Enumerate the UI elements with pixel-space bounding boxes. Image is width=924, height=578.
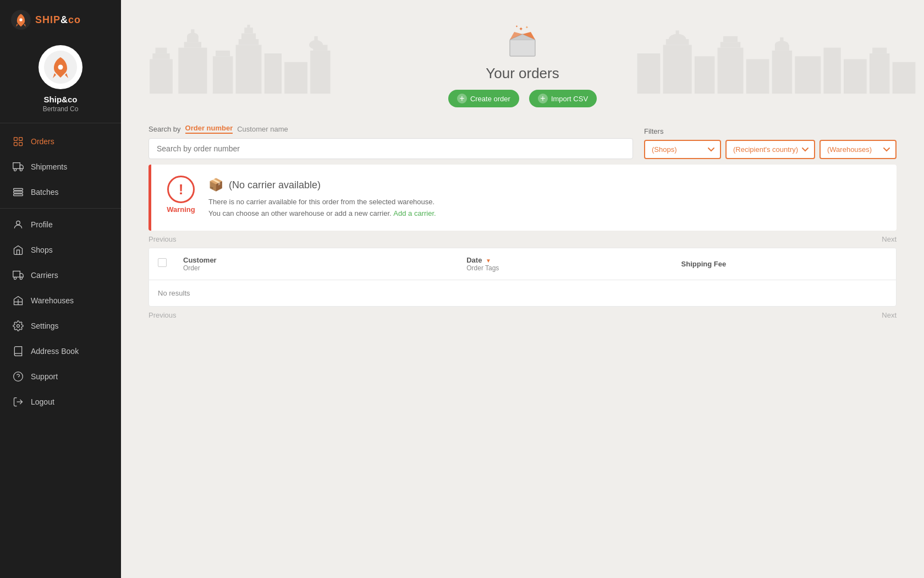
sidebar-item-profile[interactable]: Profile <box>0 212 121 237</box>
svg-rect-33 <box>241 34 256 39</box>
hero-actions: + Create order + Import CSV <box>448 90 597 107</box>
add-carrier-link[interactable]: Add a carrier. <box>393 209 436 217</box>
svg-point-8 <box>14 168 16 171</box>
svg-rect-41 <box>314 36 317 45</box>
sidebar-item-label: Settings <box>31 321 59 330</box>
sidebar-nav: Orders Shipments Batches Profile <box>0 123 121 567</box>
svg-rect-58 <box>795 56 821 94</box>
logo-icon <box>11 10 31 30</box>
sidebar-item-label: Warehouses <box>31 296 74 305</box>
svg-point-3 <box>58 65 63 70</box>
sidebar-item-settings[interactable]: Settings <box>0 313 121 339</box>
import-csv-button[interactable]: + Import CSV <box>529 90 597 107</box>
svg-text:✦: ✦ <box>515 25 518 28</box>
svg-rect-10 <box>14 188 23 190</box>
svg-rect-26 <box>178 48 207 94</box>
svg-rect-32 <box>239 39 259 45</box>
warning-label: Warning <box>167 205 195 214</box>
orders-icon <box>12 135 24 148</box>
svg-rect-48 <box>675 30 679 39</box>
svg-point-9 <box>20 168 22 171</box>
svg-point-13 <box>16 221 20 225</box>
plus-icon: + <box>457 94 467 103</box>
country-filter[interactable]: (Recipient's country) <box>725 140 815 159</box>
warehouses-icon <box>12 295 24 307</box>
svg-rect-14 <box>13 271 20 277</box>
sidebar-item-batches[interactable]: Batches <box>0 179 121 205</box>
svg-rect-43 <box>191 29 194 36</box>
warning-title-row: 📦 (No carrier available) <box>208 178 883 192</box>
sidebar-item-support[interactable]: Support <box>0 364 121 389</box>
svg-point-15 <box>14 277 16 279</box>
svg-rect-6 <box>14 143 18 146</box>
avatar <box>38 45 82 89</box>
svg-rect-35 <box>247 25 250 28</box>
svg-rect-37 <box>284 62 307 94</box>
sidebar-item-address-book[interactable]: Address Book <box>0 339 121 364</box>
warehouses-filter[interactable]: (Warehouses) <box>820 140 897 159</box>
sidebar-item-label: Orders <box>31 137 54 146</box>
header-shipping-col: Shipping Fee <box>681 260 887 268</box>
select-all-checkbox[interactable] <box>158 258 167 267</box>
svg-point-1 <box>19 18 22 21</box>
sidebar-item-orders[interactable]: Orders <box>0 129 121 154</box>
search-filter-area: Search by Order number Customer name Fil… <box>121 118 924 165</box>
sidebar-item-carriers[interactable]: Carriers <box>0 263 121 288</box>
content-area: ! Warning 📦 (No carrier available) There… <box>121 165 924 324</box>
pagination-top: Previous Next <box>148 231 897 248</box>
sidebar-item-warehouses[interactable]: Warehouses <box>0 288 121 313</box>
svg-rect-63 <box>893 62 916 94</box>
svg-rect-11 <box>14 191 23 193</box>
warning-circle: ! <box>167 176 195 203</box>
user-company: Bertrand Co <box>43 105 79 113</box>
hero-area: ✦ ✦ ✦ Your orders + Create order + Impor… <box>121 0 924 118</box>
previous-page-top[interactable]: Previous <box>148 235 177 243</box>
header-date-col[interactable]: Date ▼ Order Tags <box>466 256 672 272</box>
svg-rect-52 <box>723 36 738 42</box>
previous-page-bottom[interactable]: Previous <box>148 311 177 319</box>
svg-rect-61 <box>870 53 890 94</box>
search-by-customer-tab[interactable]: Customer name <box>237 125 288 133</box>
sidebar: SHIP&co Ship&co Bertrand Co Orders <box>0 0 121 578</box>
avatar-icon <box>44 51 77 84</box>
svg-rect-5 <box>19 138 23 141</box>
filters-label: Filters <box>644 127 897 135</box>
sidebar-item-shipments[interactable]: Shipments <box>0 154 121 179</box>
sidebar-item-label: Shops <box>31 246 53 254</box>
svg-rect-44 <box>637 53 661 94</box>
table-header: Customer Order Date ▼ Order Tags Shippin… <box>149 248 896 280</box>
sort-icon: ▼ <box>486 258 491 264</box>
svg-rect-25 <box>156 48 167 53</box>
carriers-icon <box>12 269 24 281</box>
batches-icon <box>12 186 24 198</box>
warning-content: 📦 (No carrier available) There is no car… <box>208 176 883 220</box>
svg-rect-62 <box>872 48 887 53</box>
plus-icon-csv: + <box>538 94 548 103</box>
address-book-icon <box>12 345 24 357</box>
next-page-top[interactable]: Next <box>882 235 897 243</box>
sidebar-item-shops[interactable]: Shops <box>0 237 121 263</box>
warning-icon-area: ! Warning <box>164 176 197 214</box>
no-results-text: No results <box>158 289 190 297</box>
orders-table: Customer Order Date ▼ Order Tags Shippin… <box>148 248 897 307</box>
search-section: Search by Order number Customer name <box>148 124 633 159</box>
shops-filter[interactable]: (Shops) <box>644 140 721 159</box>
svg-rect-49 <box>695 56 715 94</box>
orders-hero-icon: ✦ ✦ ✦ <box>503 22 542 61</box>
profile-icon <box>12 219 24 231</box>
shipments-icon <box>12 161 24 173</box>
svg-rect-36 <box>265 53 282 94</box>
create-order-button[interactable]: + Create order <box>448 90 519 107</box>
filters-row: (Shops) (Recipient's country) (Warehouse… <box>644 140 897 159</box>
sidebar-item-logout[interactable]: Logout <box>0 389 121 415</box>
next-page-bottom[interactable]: Next <box>882 311 897 319</box>
warning-title: (No carrier available) <box>229 179 321 191</box>
svg-rect-53 <box>746 59 769 94</box>
search-by-label: Search by Order number Customer name <box>148 124 633 134</box>
svg-rect-23 <box>150 59 173 94</box>
search-input[interactable] <box>148 138 633 159</box>
search-by-order-tab[interactable]: Order number <box>185 124 233 134</box>
sidebar-item-label: Profile <box>31 220 53 229</box>
filters-section: Filters (Shops) (Recipient's country) (W… <box>644 127 897 159</box>
svg-rect-31 <box>236 45 262 94</box>
